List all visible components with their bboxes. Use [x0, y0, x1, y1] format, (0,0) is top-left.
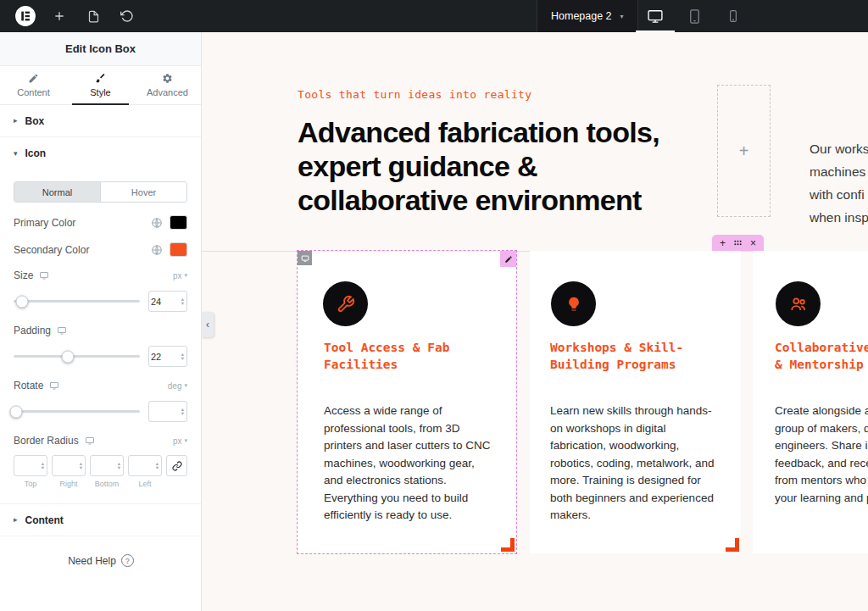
- padding-input[interactable]: [151, 352, 173, 362]
- border-radius-top-field: ▴▾ Top: [14, 455, 47, 488]
- rotate-input[interactable]: [151, 407, 173, 417]
- secondary-color-swatch[interactable]: [170, 242, 187, 257]
- globe-icon[interactable]: [151, 244, 163, 256]
- container-handle: + ×: [712, 235, 764, 251]
- history-button[interactable]: [110, 0, 144, 32]
- page-template-button[interactable]: [76, 0, 110, 32]
- section-icon-header[interactable]: ▾ Icon: [0, 137, 201, 169]
- device-tablet-button[interactable]: [675, 0, 714, 32]
- page-selector-dropdown[interactable]: Homepage 2 ▾: [537, 0, 638, 32]
- editor-canvas: ‹ Tools that turn ideas into reality Adv…: [202, 32, 868, 611]
- icon-box-widget-selected[interactable]: Tool Access & Fab Facilities Access a wi…: [298, 251, 516, 553]
- size-slider-row: ▴ ▾: [14, 291, 187, 312]
- border-radius-left-input[interactable]: [131, 461, 153, 471]
- rotate-unit-select[interactable]: deg ▾: [168, 381, 187, 391]
- link-values-button[interactable]: [166, 455, 187, 476]
- top-bar: Homepage 2 ▾: [0, 0, 868, 32]
- add-element-button[interactable]: [42, 0, 76, 32]
- stepper-down-icon[interactable]: ▾: [80, 466, 82, 470]
- panel-title: Edit Icon Box: [0, 32, 201, 66]
- rotate-slider[interactable]: [14, 410, 140, 413]
- link-icon: [172, 461, 182, 471]
- rotate-slider-row: ▴ ▾: [14, 401, 187, 422]
- border-radius-fields: ▴▾ Top ▴▾ Right ▴▾ Bottom ▴▾ Left: [14, 455, 187, 488]
- state-normal-button[interactable]: Normal: [14, 182, 100, 202]
- card-body: Access a wide range of professional tool…: [324, 403, 496, 525]
- plus-icon: [53, 9, 66, 23]
- padding-control-label-row: Padding: [0, 325, 201, 336]
- stepper-down-icon[interactable]: ▾: [181, 302, 184, 306]
- border-radius-bottom-field: ▴▾ Bottom: [90, 455, 124, 488]
- padding-slider-row: ▴ ▾: [14, 346, 187, 367]
- drag-handle-icon[interactable]: [733, 238, 743, 247]
- intro-line: with confi: [810, 183, 868, 206]
- stepper-down-icon[interactable]: ▾: [181, 412, 184, 416]
- border-radius-label: Border Radius: [14, 435, 79, 447]
- size-input[interactable]: [151, 297, 173, 307]
- stepper-down-icon[interactable]: ▾: [156, 466, 159, 470]
- widget-drag-badge[interactable]: [298, 251, 312, 265]
- tab-advanced[interactable]: Advanced: [134, 66, 201, 104]
- border-radius-top-input[interactable]: [16, 461, 38, 471]
- state-hover-button[interactable]: Hover: [100, 182, 186, 202]
- monitor-icon[interactable]: [49, 380, 59, 391]
- eyebrow-text[interactable]: Tools that turn ideas into reality: [298, 88, 531, 101]
- size-slider-thumb[interactable]: [16, 295, 29, 308]
- corner-accent: [726, 538, 739, 552]
- border-radius-left-field: ▴▾ Left: [128, 455, 162, 488]
- monitor-icon[interactable]: [85, 436, 95, 446]
- pencil-icon: [504, 255, 513, 264]
- heading-line: expert guidance &: [298, 149, 704, 183]
- intro-line: Our works: [810, 137, 868, 160]
- mobile-icon: [726, 8, 741, 24]
- stepper-down-icon[interactable]: ▾: [118, 466, 120, 470]
- device-desktop-button[interactable]: [636, 0, 675, 32]
- intro-paragraph[interactable]: Our works machines with confi when insp: [810, 137, 868, 229]
- stepper-down-icon[interactable]: ▾: [42, 466, 44, 470]
- border-radius-right-input[interactable]: [54, 461, 76, 471]
- edit-widget-badge[interactable]: [500, 251, 516, 267]
- need-help-link[interactable]: Need Help ?: [0, 554, 202, 567]
- delete-container-button[interactable]: ×: [750, 238, 756, 248]
- heading-line: collaborative environment: [298, 183, 704, 217]
- community-icon: [776, 281, 821, 326]
- card-title: Workshops & Skill- Building Programs: [550, 340, 683, 373]
- monitor-icon[interactable]: [39, 270, 49, 281]
- pencil-icon: [28, 73, 39, 84]
- editor-panel: Edit Icon Box Content Style Advanced ▸ B…: [0, 32, 202, 611]
- elementor-menu-button[interactable]: [8, 0, 42, 32]
- border-radius-unit-select[interactable]: px ▾: [173, 436, 187, 446]
- icon-box-widget[interactable]: Collaborative & Mentorship Create alongs…: [753, 251, 868, 553]
- rotate-label: Rotate: [14, 380, 43, 392]
- rotate-slider-thumb[interactable]: [9, 405, 22, 418]
- section-box-header[interactable]: ▸ Box: [0, 105, 201, 137]
- globe-icon[interactable]: [151, 217, 163, 229]
- rotate-stepper: ▴ ▾: [181, 408, 184, 416]
- border-radius-bottom-input[interactable]: [92, 461, 114, 471]
- elementor-logo-icon: [14, 5, 36, 27]
- border-radius-control-label-row: Border Radius px ▾: [0, 435, 201, 447]
- size-unit-select[interactable]: px ▾: [173, 271, 187, 281]
- tab-style[interactable]: Style: [67, 66, 134, 104]
- caret-right-icon: ▸: [14, 516, 18, 524]
- stepper-down-icon[interactable]: ▾: [181, 357, 184, 361]
- section-content-header[interactable]: ▸ Content: [0, 504, 201, 536]
- caret-right-icon: ▸: [14, 117, 18, 125]
- secondary-color-label: Secondary Color: [14, 244, 89, 256]
- lightbulb-icon: [551, 281, 596, 326]
- device-mobile-button[interactable]: [714, 0, 753, 32]
- monitor-icon[interactable]: [57, 325, 67, 336]
- add-container-button[interactable]: +: [720, 238, 726, 248]
- hero-heading[interactable]: Advanced fabrication tools, expert guida…: [298, 115, 704, 217]
- padding-slider-thumb[interactable]: [62, 350, 75, 363]
- card-title: Tool Access & Fab Facilities: [324, 340, 449, 373]
- primary-color-swatch[interactable]: [170, 215, 187, 230]
- tab-content[interactable]: Content: [0, 66, 67, 104]
- add-widget-placeholder[interactable]: +: [717, 85, 771, 217]
- document-icon: [87, 10, 100, 23]
- help-icon: ?: [121, 554, 134, 567]
- panel-collapse-toggle[interactable]: ‹: [202, 312, 214, 337]
- size-slider[interactable]: [14, 300, 140, 303]
- icon-box-widget[interactable]: Workshops & Skill- Building Programs Lea…: [530, 251, 741, 553]
- padding-slider[interactable]: [14, 355, 140, 358]
